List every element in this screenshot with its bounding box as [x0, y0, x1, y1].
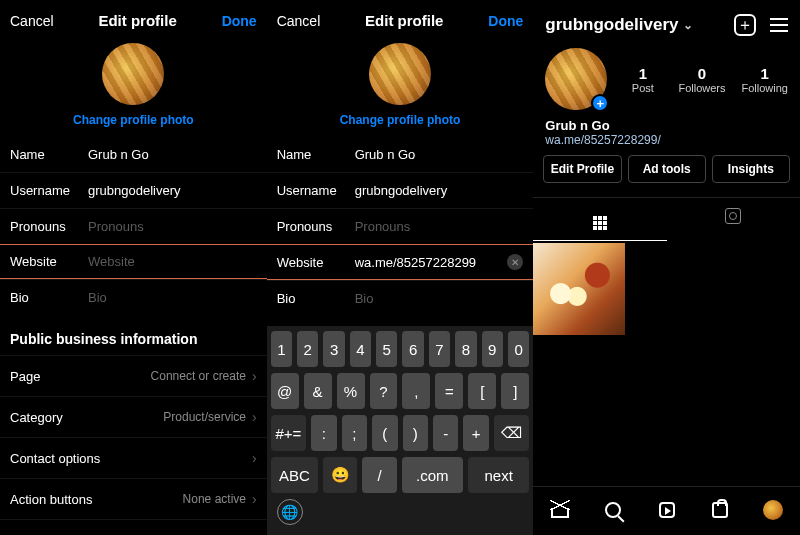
followers-stat[interactable]: 0 Followers — [678, 65, 725, 94]
website-input[interactable]: wa.me/85257228299 — [355, 255, 508, 270]
cancel-button[interactable]: Cancel — [277, 13, 321, 29]
change-profile-photo-link[interactable]: Change profile photo — [340, 113, 461, 127]
category-row[interactable]: Category Product/service› — [0, 396, 267, 437]
key-6[interactable]: 6 — [402, 331, 423, 367]
username-dropdown[interactable]: grubngodelivery ⌄ — [545, 15, 692, 35]
done-button[interactable]: Done — [222, 13, 257, 29]
key-emoji[interactable]: 😀 — [323, 457, 357, 493]
bio-input[interactable]: Bio — [355, 291, 524, 306]
pronouns-input[interactable]: Pronouns — [88, 219, 257, 234]
following-stat[interactable]: 1 Following — [742, 65, 788, 94]
pronouns-input[interactable]: Pronouns — [355, 219, 524, 234]
globe-icon[interactable]: 🌐 — [277, 499, 303, 525]
key-abc[interactable]: ABC — [271, 457, 319, 493]
cancel-button[interactable]: Cancel — [10, 13, 54, 29]
edit-profile-button[interactable]: Edit Profile — [543, 155, 621, 183]
profile-view-panel: grubngodelivery ⌄ ＋ + 1 Post 0 Followers — [533, 0, 800, 535]
key-dotcom[interactable]: .com — [402, 457, 463, 493]
bottom-nav — [533, 486, 800, 535]
change-profile-photo-link[interactable]: Change profile photo — [73, 113, 194, 127]
username-row: Username grubngodelivery — [267, 172, 534, 208]
search-icon[interactable] — [602, 499, 624, 521]
profile-photo[interactable] — [102, 43, 164, 105]
key-pct[interactable]: % — [337, 373, 365, 409]
key-5[interactable]: 5 — [376, 331, 397, 367]
key-2[interactable]: 2 — [297, 331, 318, 367]
username-row: Username grubngodelivery — [0, 172, 267, 208]
key-at[interactable]: @ — [271, 373, 299, 409]
tagged-icon — [725, 208, 741, 224]
home-icon[interactable] — [549, 499, 571, 521]
key[interactable]: ( — [372, 415, 397, 451]
name-input[interactable]: Grub n Go — [355, 147, 524, 162]
posts-stat[interactable]: 1 Post — [623, 65, 662, 94]
create-icon[interactable]: ＋ — [734, 14, 756, 36]
name-row: Name Grub n Go — [0, 137, 267, 172]
website-input[interactable]: Website — [88, 254, 257, 269]
edit-profile-panel-empty: Cancel Edit profile Done Change profile … — [0, 0, 267, 535]
key-comma[interactable]: , — [402, 373, 430, 409]
username-label: Username — [10, 183, 88, 198]
insights-button[interactable]: Insights — [712, 155, 790, 183]
pronouns-label: Pronouns — [10, 219, 88, 234]
website-row: Website wa.me/85257228299 ✕ — [267, 244, 534, 280]
shop-icon[interactable] — [709, 499, 731, 521]
key-0[interactable]: 0 — [508, 331, 529, 367]
username-label: Username — [277, 183, 355, 198]
key-lb[interactable]: [ — [468, 373, 496, 409]
display-name: Grub n Go — [545, 118, 788, 133]
username-text: grubngodelivery — [545, 15, 678, 35]
key-1[interactable]: 1 — [271, 331, 292, 367]
key-backspace[interactable]: ⌫ — [494, 415, 530, 451]
grid-tab[interactable] — [533, 198, 666, 241]
profile-display-row[interactable]: Profile Display All Hidden› — [0, 519, 267, 535]
keyboard[interactable]: 1 2 3 4 5 6 7 8 9 0 @ & % ? , = [ ] — [267, 326, 534, 535]
key[interactable]: ) — [403, 415, 428, 451]
key[interactable]: - — [433, 415, 458, 451]
key-9[interactable]: 9 — [482, 331, 503, 367]
key-7[interactable]: 7 — [429, 331, 450, 367]
posts-count: 1 — [623, 65, 662, 82]
reels-icon[interactable] — [656, 499, 678, 521]
key-slash[interactable]: / — [362, 457, 396, 493]
menu-icon[interactable] — [770, 18, 788, 32]
profile-icon[interactable] — [762, 499, 784, 521]
following-count: 1 — [742, 65, 788, 82]
add-story-badge[interactable]: + — [591, 94, 609, 112]
key[interactable]: : — [311, 415, 336, 451]
contact-options-row[interactable]: Contact options › — [0, 437, 267, 478]
name-input[interactable]: Grub n Go — [88, 147, 257, 162]
key-rb[interactable]: ] — [501, 373, 529, 409]
profile-photo[interactable] — [369, 43, 431, 105]
key-4[interactable]: 4 — [350, 331, 371, 367]
key-eq[interactable]: = — [435, 373, 463, 409]
username-input[interactable]: grubngodelivery — [88, 183, 257, 198]
page-row[interactable]: Page Connect or create› — [0, 355, 267, 396]
post-thumbnail[interactable] — [533, 243, 625, 335]
bio-link[interactable]: wa.me/85257228299/ — [545, 133, 788, 147]
profile-photo[interactable]: + — [545, 48, 607, 110]
clear-icon[interactable]: ✕ — [507, 254, 523, 270]
key[interactable]: ; — [342, 415, 367, 451]
page-label: Page — [10, 369, 40, 384]
tagged-tab[interactable] — [667, 198, 800, 241]
website-label: Website — [277, 255, 355, 270]
key-amp[interactable]: & — [304, 373, 332, 409]
bio-input[interactable]: Bio — [88, 290, 257, 305]
followers-label: Followers — [678, 82, 725, 94]
key-3[interactable]: 3 — [323, 331, 344, 367]
done-button[interactable]: Done — [488, 13, 523, 29]
action-buttons-row[interactable]: Action buttons None active› — [0, 478, 267, 519]
name-row: Name Grub n Go — [267, 137, 534, 172]
ad-tools-button[interactable]: Ad tools — [628, 155, 706, 183]
key[interactable]: + — [463, 415, 488, 451]
pronouns-row: Pronouns Pronouns — [267, 208, 534, 244]
username-input[interactable]: grubngodelivery — [355, 183, 524, 198]
key-next[interactable]: next — [468, 457, 529, 493]
header: Cancel Edit profile Done — [0, 0, 267, 41]
key-8[interactable]: 8 — [455, 331, 476, 367]
page-title: Edit profile — [98, 12, 176, 29]
key-symbols[interactable]: #+= — [271, 415, 307, 451]
key-q[interactable]: ? — [370, 373, 398, 409]
chevron-right-icon: › — [252, 409, 257, 425]
